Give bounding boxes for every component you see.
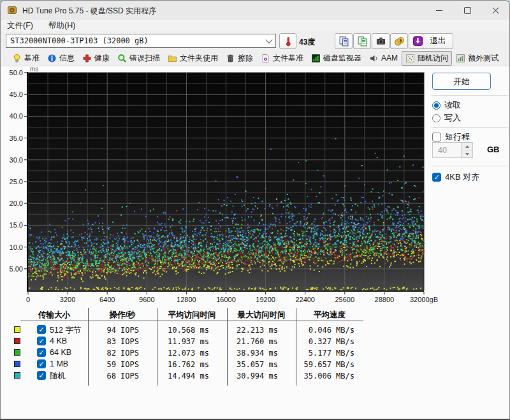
svg-text:25.0: 25.0 [10,178,23,185]
svg-text:28800: 28800 [375,296,395,303]
svg-text:9600: 9600 [139,296,154,303]
copy-text-button[interactable] [335,33,353,49]
coins-icon: $ [394,36,405,47]
start-button[interactable]: 开始 [432,73,491,90]
tab-extra-tests[interactable]: 额外测试 [452,51,502,66]
4kb-align-checkbox[interactable]: 4KB 对齐 [432,171,479,183]
toolbar: ST32000NT000-3TP103 (32000 gB) 43度 $ 退出 [1,31,509,50]
table-cell: 59 IOPS [88,360,157,369]
temperature-value: 43度 [299,37,315,48]
series-color-swatch [14,361,20,367]
camera-icon [375,36,386,47]
table-cell: 5.177 MB/s [296,349,363,358]
tab-label: AAM [381,54,398,62]
tab-label: 健康 [94,53,110,64]
arrow-down-icon [465,153,469,156]
copy-image-button[interactable] [353,33,371,49]
tab-label: 随机访问 [418,53,448,64]
stepper-up-button[interactable] [462,143,472,150]
app-disk-icon [7,5,17,15]
table-cell: 14.494 ms [157,372,227,380]
tab-bar: 基准信息健康错误扫描文件夹使用擦除文件基准磁盘监视器AAM随机访问额外测试 [1,50,509,66]
svg-text:12800: 12800 [177,296,196,303]
series-color-swatch [14,349,20,356]
exit-button[interactable]: 退出 [423,33,453,49]
short-stroke-checkbox[interactable]: 短行程 [432,131,470,143]
tab-info[interactable]: 信息 [43,51,78,66]
arrow-up-icon [465,145,469,148]
table-cell: 21.760 ms [227,337,296,346]
tab-aam[interactable]: AAM [365,52,402,65]
erase-trash-icon [226,54,235,63]
series-visibility-checkbox[interactable] [37,348,46,357]
info-icon [47,54,57,63]
error-scan-magnifier-icon [117,54,127,63]
column-header: 传输大小 [20,310,88,321]
menu-file[interactable]: 文件(F) [7,20,33,31]
purchase-button[interactable]: $ [390,33,408,49]
series-color-swatch [14,338,20,344]
menu-bar: 文件(F) 帮助(H) [1,20,509,31]
tab-label: 磁盘监视器 [323,53,361,64]
table-cell: 0.327 MB/s [296,337,363,346]
divider [431,166,507,166]
screenshot-button[interactable] [372,33,390,49]
series-visibility-checkbox[interactable] [37,371,46,380]
copy-pages-blue-icon [339,36,349,47]
download-arrow-icon [412,36,423,47]
table-cell: 94 IOPS [88,326,157,335]
random-access-icon [405,54,415,63]
tab-folder-usage[interactable]: 文件夹使用 [164,51,222,66]
table-cell: 59.657 MB/s [296,360,363,369]
svg-text:35.0: 35.0 [10,134,23,142]
4kb-align-label: 4KB 对齐 [445,171,479,183]
content-area: 0320064009600128001600019200224002560028… [1,66,509,419]
svg-text:15.0: 15.0 [10,221,23,229]
series-visibility-checkbox[interactable] [37,325,46,334]
tab-erase[interactable]: 擦除 [222,51,257,66]
close-button[interactable] [481,1,509,20]
mode-write-label: 写入 [444,112,461,124]
checkbox-icon [432,173,441,182]
tab-health[interactable]: 健康 [78,51,113,66]
svg-text:25600: 25600 [335,296,355,303]
tab-file-benchmark[interactable]: 文件基准 [257,51,307,66]
table-cell: 10.568 ms [157,326,227,335]
checkbox-icon [432,133,441,141]
column-header: 平均访问时间 [157,310,227,321]
series-visibility-checkbox[interactable] [37,337,46,345]
table-cell: 35.006 MB/s [296,372,363,380]
drive-select[interactable]: ST32000NT000-3TP103 (32000 gB) [6,34,276,48]
column-header: 平均速度 [296,310,363,321]
thermometer-icon [283,36,293,47]
folder-usage-icon [168,54,177,63]
svg-text:3200: 3200 [60,296,75,303]
menu-help[interactable]: 帮助(H) [48,20,75,31]
maximize-button[interactable] [453,1,481,20]
svg-text:22400: 22400 [295,296,315,303]
svg-text:5.00: 5.00 [10,265,23,273]
drive-select-value: ST32000NT000-3TP103 (32000 gB) [6,36,263,45]
stepper-down-button[interactable] [462,150,472,157]
mode-read-radio[interactable]: 读取 [432,99,461,111]
temperature-button[interactable] [279,33,296,49]
capacity-value: 40 [433,143,461,157]
radio-icon [432,114,441,122]
tab-disk-monitor[interactable]: 磁盘监视器 [307,51,365,66]
table-cell: 0.046 MB/s [296,326,363,335]
svg-text:19200: 19200 [256,296,275,303]
health-cross-icon [82,54,92,63]
tab-benchmark[interactable]: 基准 [8,51,43,66]
minimize-icon [436,10,442,11]
tab-error-scan[interactable]: 错误扫描 [113,51,164,66]
mode-write-radio[interactable]: 写入 [432,112,461,124]
radio-icon [432,101,441,110]
mode-read-label: 读取 [444,99,461,111]
table-cell: 16.762 ms [157,360,227,369]
svg-text:10.0: 10.0 [10,243,23,251]
tab-random-access[interactable]: 随机访问 [402,51,452,66]
copy-pages-green-icon [357,36,368,47]
minimize-button[interactable] [425,1,453,20]
capacity-stepper[interactable]: 40 [432,142,473,158]
series-visibility-checkbox[interactable] [37,359,46,368]
